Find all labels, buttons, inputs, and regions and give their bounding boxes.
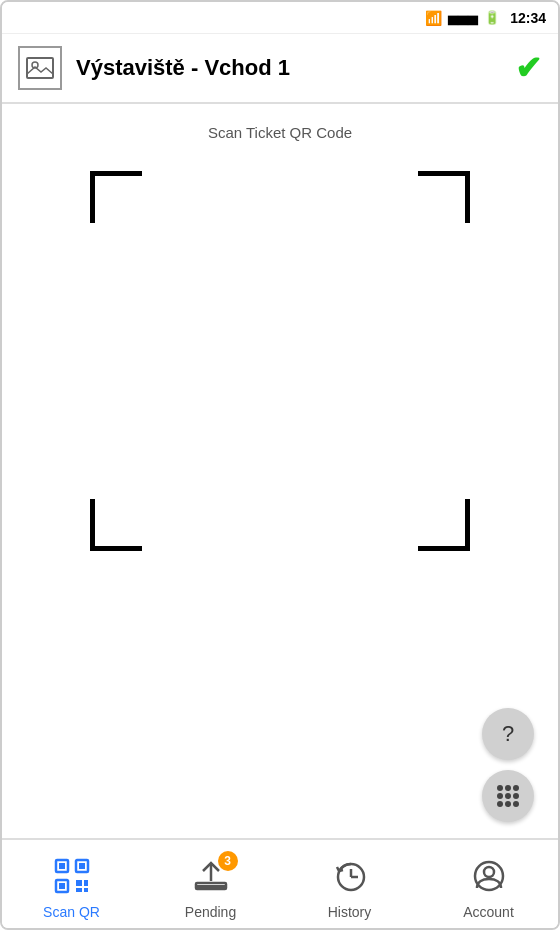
help-button[interactable]: ? (482, 708, 534, 760)
scan-qr-icon (53, 857, 91, 900)
status-time: 12:34 (510, 10, 546, 26)
grid-button[interactable] (482, 770, 534, 822)
svg-rect-19 (84, 880, 88, 886)
svg-point-7 (513, 793, 519, 799)
svg-point-5 (497, 793, 503, 799)
svg-point-9 (505, 801, 511, 807)
svg-rect-17 (76, 880, 82, 886)
account-icon (470, 857, 508, 900)
check-icon: ✔ (515, 49, 542, 87)
svg-point-2 (497, 785, 503, 791)
scan-instruction: Scan Ticket QR Code (208, 124, 352, 141)
svg-point-6 (505, 793, 511, 799)
pending-label: Pending (185, 904, 236, 920)
history-icon (331, 857, 369, 900)
nav-item-scan-qr[interactable]: Scan QR (2, 840, 141, 928)
nav-item-pending[interactable]: 3 Pending (141, 840, 280, 928)
svg-point-4 (513, 785, 519, 791)
signal-icon: ▅▅▅ (448, 10, 478, 25)
svg-rect-14 (79, 863, 85, 869)
question-mark-icon: ? (502, 721, 514, 747)
image-icon (26, 57, 54, 79)
pending-badge: 3 (218, 851, 238, 871)
grid-icon (494, 782, 522, 810)
account-label: Account (463, 904, 514, 920)
svg-rect-0 (27, 58, 53, 78)
corner-top-left (90, 171, 142, 223)
qr-viewfinder (90, 171, 470, 551)
scan-area: Scan Ticket QR Code ? (2, 104, 558, 842)
corner-bottom-left (90, 499, 142, 551)
svg-point-28 (484, 867, 494, 877)
battery-icon: 🔋 (484, 10, 500, 25)
corner-top-right (418, 171, 470, 223)
svg-point-8 (497, 801, 503, 807)
svg-rect-20 (84, 888, 88, 892)
wifi-icon: 📶 (425, 10, 442, 26)
float-buttons: ? (482, 708, 534, 822)
venue-image-placeholder (18, 46, 62, 90)
nav-item-account[interactable]: Account (419, 840, 558, 928)
svg-rect-16 (59, 883, 65, 889)
nav-item-history[interactable]: History (280, 840, 419, 928)
svg-rect-18 (76, 888, 82, 892)
svg-rect-12 (59, 863, 65, 869)
history-label: History (328, 904, 372, 920)
header-title: Výstaviště - Vchod 1 (76, 55, 501, 81)
svg-rect-22 (196, 885, 226, 889)
corner-bottom-right (418, 499, 470, 551)
scan-qr-label: Scan QR (43, 904, 100, 920)
svg-point-10 (513, 801, 519, 807)
status-bar: 📶 ▅▅▅ 🔋 12:34 (2, 2, 558, 34)
pending-icon: 3 (192, 857, 230, 900)
header: Výstaviště - Vchod 1 ✔ (2, 34, 558, 104)
bottom-nav: Scan QR 3 Pending (2, 838, 558, 928)
svg-point-3 (505, 785, 511, 791)
